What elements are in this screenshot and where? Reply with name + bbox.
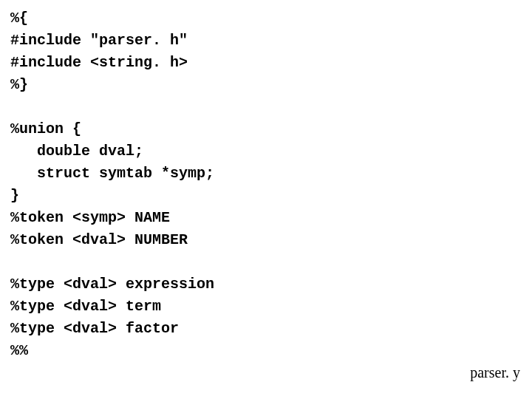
- slide: %{ #include "parser. h" #include <string…: [0, 0, 532, 399]
- footer-filename: parser. y: [470, 364, 520, 381]
- code-block: %{ #include "parser. h" #include <string…: [10, 7, 214, 362]
